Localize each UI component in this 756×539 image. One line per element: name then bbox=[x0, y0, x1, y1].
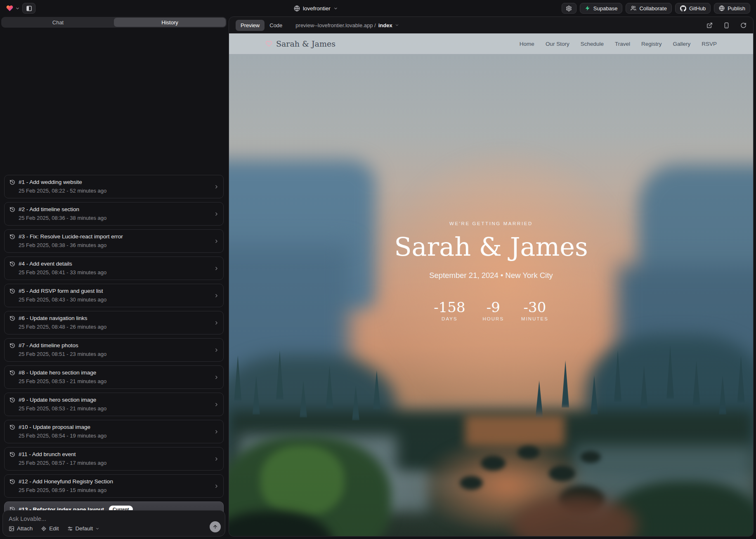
project-name: lovefrontier bbox=[303, 5, 331, 12]
project-switcher[interactable]: lovefrontier bbox=[294, 0, 338, 16]
site-nav-link[interactable]: Registry bbox=[641, 41, 662, 47]
history-clock-icon bbox=[9, 179, 15, 185]
history-item[interactable]: #9 - Update hero section image 25 Feb 20… bbox=[4, 393, 224, 416]
history-item-row: #12 - Add Honeyfund Registry Section bbox=[9, 478, 218, 485]
countdown-value: -9 bbox=[483, 299, 504, 315]
history-item-row: #5 - Add RSVP form and guest list bbox=[9, 288, 218, 294]
history-item-timestamp: 25 Feb 2025, 08:22 - 52 minutes ago bbox=[19, 188, 218, 194]
history-item[interactable]: #10 - Update proposal image 25 Feb 2025,… bbox=[4, 420, 224, 443]
chevron-right-icon[interactable] bbox=[214, 320, 219, 325]
chevron-right-icon[interactable] bbox=[214, 429, 219, 434]
history-item-title: #11 - Add brunch event bbox=[19, 451, 76, 457]
history-item-row: #9 - Update hero section image bbox=[9, 397, 218, 403]
site-viewport: WE'RE GETTING MARRIED Sarah & James Sept… bbox=[229, 33, 753, 536]
history-item-timestamp: 25 Feb 2025, 08:53 - 21 minutes ago bbox=[19, 378, 218, 384]
history-item[interactable]: #3 - Fix: Resolve Lucide-react import er… bbox=[4, 229, 224, 253]
tab-history[interactable]: History bbox=[114, 18, 226, 27]
attach-button[interactable]: Attach bbox=[9, 525, 33, 532]
history-item[interactable]: #11 - Add brunch event 25 Feb 2025, 08:5… bbox=[4, 447, 224, 471]
history-item[interactable]: #8 - Update hero section image 25 Feb 20… bbox=[4, 365, 224, 389]
site-nav-link[interactable]: Travel bbox=[615, 41, 630, 47]
open-external-icon[interactable] bbox=[706, 22, 713, 28]
supabase-button[interactable]: Supabase bbox=[580, 3, 623, 14]
settings-button[interactable] bbox=[562, 3, 576, 14]
site-nav-link[interactable]: Gallery bbox=[673, 41, 690, 47]
tab-preview[interactable]: Preview bbox=[236, 20, 265, 31]
mobile-view-icon[interactable] bbox=[723, 22, 730, 28]
history-clock-icon bbox=[9, 424, 15, 430]
ask-lovable-input[interactable] bbox=[9, 515, 177, 522]
edit-button[interactable]: Edit bbox=[41, 525, 59, 532]
chevron-right-icon[interactable] bbox=[214, 211, 219, 217]
tab-chat[interactable]: Chat bbox=[2, 18, 114, 27]
github-icon bbox=[680, 5, 686, 12]
hero-title: Sarah & James bbox=[229, 232, 753, 262]
history-item[interactable]: #6 - Update navigation links 25 Feb 2025… bbox=[4, 311, 224, 334]
site-header: Sarah & James Home Our Story Schedule Tr… bbox=[229, 33, 753, 54]
sidebar-toggle-button[interactable] bbox=[22, 3, 35, 14]
supabase-bolt-icon bbox=[585, 5, 591, 11]
countdown-value: -158 bbox=[434, 299, 465, 315]
panel-left-icon bbox=[26, 5, 32, 12]
history-item-timestamp: 25 Feb 2025, 08:54 - 19 minutes ago bbox=[19, 433, 218, 439]
chevron-right-icon[interactable] bbox=[214, 347, 219, 353]
history-clock-icon bbox=[9, 343, 15, 348]
history-item-timestamp: 25 Feb 2025, 08:36 - 38 minutes ago bbox=[19, 215, 218, 221]
countdown-unit: -158 DAYS bbox=[434, 299, 465, 321]
chevron-right-icon[interactable] bbox=[214, 374, 219, 380]
mode-selector[interactable]: Default bbox=[67, 525, 100, 532]
history-item[interactable]: #2 - Add timeline section 25 Feb 2025, 0… bbox=[4, 202, 224, 226]
history-item[interactable]: #5 - Add RSVP form and guest list 25 Feb… bbox=[4, 284, 224, 307]
chevron-right-icon[interactable] bbox=[214, 293, 219, 298]
history-item-row: #6 - Update navigation links bbox=[9, 315, 218, 321]
publish-button[interactable]: Publish bbox=[714, 3, 750, 14]
refresh-icon[interactable] bbox=[740, 22, 747, 28]
history-item-timestamp: 25 Feb 2025, 08:41 - 33 minutes ago bbox=[19, 269, 218, 275]
preview-url-page: index bbox=[378, 22, 392, 28]
history-item-row: #2 - Add timeline section bbox=[9, 206, 218, 212]
countdown-unit: -30 MINUTES bbox=[521, 299, 548, 321]
history-item[interactable]: #12 - Add Honeyfund Registry Section 25 … bbox=[4, 474, 224, 498]
chevron-down-icon bbox=[95, 527, 99, 531]
users-icon bbox=[631, 5, 636, 11]
chevron-right-icon[interactable] bbox=[214, 266, 219, 271]
lovable-logo-menu[interactable] bbox=[6, 5, 20, 12]
history-item-timestamp: 25 Feb 2025, 08:59 - 15 minutes ago bbox=[19, 487, 218, 493]
site-nav-link[interactable]: RSVP bbox=[702, 41, 717, 47]
history-item-title: #6 - Update navigation links bbox=[19, 315, 87, 321]
history-clock-icon bbox=[9, 479, 15, 485]
history-item-timestamp: 25 Feb 2025, 08:53 - 21 minutes ago bbox=[19, 405, 218, 412]
publish-label: Publish bbox=[728, 5, 745, 12]
history-item[interactable]: #7 - Add timeline photos 25 Feb 2025, 08… bbox=[4, 338, 224, 362]
chevron-right-icon[interactable] bbox=[214, 184, 219, 189]
chevron-right-icon[interactable] bbox=[214, 238, 219, 244]
countdown-label: MINUTES bbox=[521, 316, 548, 321]
github-button[interactable]: GitHub bbox=[675, 3, 711, 14]
history-item-row: #7 - Add timeline photos bbox=[9, 342, 218, 348]
history-item[interactable]: #1 - Add wedding website 25 Feb 2025, 08… bbox=[4, 175, 224, 198]
site-nav-link[interactable]: Schedule bbox=[581, 41, 604, 47]
chevron-right-icon[interactable] bbox=[214, 456, 219, 461]
panel-tabs: Chat History bbox=[1, 17, 227, 28]
mode-label: Default bbox=[76, 525, 93, 532]
history-item[interactable]: #4 - Add event details 25 Feb 2025, 08:4… bbox=[4, 257, 224, 280]
history-list: #1 - Add wedding website 25 Feb 2025, 08… bbox=[4, 175, 224, 525]
site-nav-link[interactable]: Home bbox=[520, 41, 534, 47]
tab-code[interactable]: Code bbox=[265, 20, 287, 31]
attach-image-icon bbox=[9, 526, 14, 532]
github-label: GitHub bbox=[689, 5, 706, 12]
site-nav-link[interactable]: Our Story bbox=[546, 41, 569, 47]
countdown-label: DAYS bbox=[434, 316, 465, 321]
send-button[interactable] bbox=[210, 521, 221, 532]
history-clock-icon bbox=[9, 234, 15, 240]
chevron-right-icon[interactable] bbox=[214, 483, 219, 489]
site-nav: Home Our Story Schedule Travel Registry … bbox=[520, 41, 717, 47]
edit-label: Edit bbox=[49, 525, 59, 532]
edit-target-icon bbox=[41, 526, 47, 532]
chevron-right-icon[interactable] bbox=[214, 402, 219, 407]
preview-url[interactable]: preview--lovefrontier.lovable.app / inde… bbox=[295, 22, 399, 28]
site-brand[interactable]: Sarah & James bbox=[265, 39, 335, 48]
topbar: lovefrontier Supabase Collaborate bbox=[0, 0, 756, 16]
collaborate-button[interactable]: Collaborate bbox=[626, 3, 672, 14]
history-item-row: #11 - Add brunch event bbox=[9, 451, 218, 457]
